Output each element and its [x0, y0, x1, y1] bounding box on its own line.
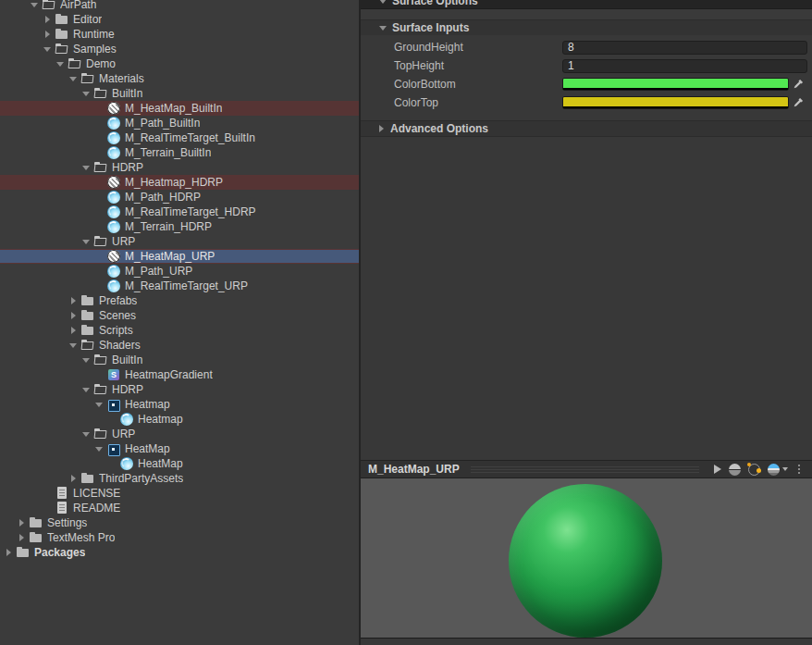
expand-arrow[interactable]	[81, 234, 94, 249]
tree-row[interactable]: M_RealTimeTarget_URP	[0, 279, 359, 293]
expand-arrow[interactable]	[81, 353, 94, 367]
colortop-eyedropper-button[interactable]	[789, 95, 807, 110]
tree-row[interactable]: Editor	[0, 12, 359, 27]
tree-row[interactable]: URP	[0, 427, 359, 441]
tree-row[interactable]: Materials	[0, 71, 359, 86]
tree-row[interactable]: Scenes	[0, 308, 359, 323]
surface-options-header[interactable]: Surface Options	[361, 0, 812, 9]
tree-row[interactable]: Samples	[0, 42, 359, 56]
tree-row[interactable]: HeatMap	[0, 456, 359, 471]
tree-row[interactable]: HeatmapGradient	[0, 367, 359, 382]
colortop-swatch[interactable]	[562, 96, 789, 109]
expand-arrow[interactable]	[4, 545, 17, 560]
expand-arrow[interactable]	[55, 56, 68, 71]
tree-item-label: TextMesh Pro	[47, 531, 115, 544]
expand-arrow[interactable]	[17, 515, 30, 530]
tree-row[interactable]: Scripts	[0, 323, 359, 338]
tree-item-label: M_RealTimeTarget_BuiltIn	[125, 131, 255, 144]
tree-item-label: HeatMap	[138, 457, 183, 470]
arrow-spacer	[94, 367, 107, 382]
tree-row[interactable]: Settings	[0, 515, 359, 530]
expand-arrow[interactable]	[68, 71, 81, 86]
tree-row[interactable]: Packages	[0, 545, 359, 560]
folder-open-icon	[81, 339, 94, 352]
preview-shaded-view-button[interactable]	[725, 461, 744, 478]
tree-row[interactable]: Heatmap	[0, 397, 359, 412]
arrow-spacer	[94, 116, 107, 130]
expand-arrow[interactable]	[81, 160, 94, 175]
tree-row[interactable]: HDRP	[0, 382, 359, 397]
tree-row[interactable]: HDRP	[0, 160, 359, 175]
expand-arrow[interactable]	[81, 427, 94, 441]
preview-header[interactable]: M_HeatMap_URP	[361, 460, 812, 478]
tree-row[interactable]: M_RealTimeTarget_BuiltIn	[0, 130, 359, 145]
colorbottom-swatch[interactable]	[562, 78, 789, 91]
expand-arrow[interactable]	[43, 27, 55, 42]
tree-item-label: URP	[112, 428, 135, 440]
shader-icon	[107, 368, 120, 381]
tree-item-label: HDRP	[112, 161, 143, 174]
preview-more-menu-button[interactable]	[792, 461, 806, 478]
topheight-input[interactable]	[562, 59, 807, 73]
tree-item-label: README	[73, 502, 120, 515]
expand-arrow[interactable]	[94, 441, 107, 456]
tree-row[interactable]: Shaders	[0, 338, 359, 353]
expand-arrow[interactable]	[68, 323, 81, 338]
tree-row[interactable]: M_HeatMap_BuiltIn	[0, 101, 359, 116]
groundheight-input[interactable]	[562, 41, 807, 55]
tree-row[interactable]: URP	[0, 234, 359, 249]
tree-row[interactable]: BuiltIn	[0, 353, 359, 367]
tree-row[interactable]: Prefabs	[0, 293, 359, 308]
tree-row[interactable]: M_Path_BuiltIn	[0, 116, 359, 130]
tree-row[interactable]: HeatMap	[0, 441, 359, 456]
tree-row[interactable]: BuiltIn	[0, 86, 359, 101]
expand-arrow[interactable]	[43, 12, 55, 27]
tree-row[interactable]: M_Path_HDRP	[0, 190, 359, 205]
tree-row[interactable]: Runtime	[0, 27, 359, 42]
expand-arrow[interactable]	[30, 0, 43, 12]
advanced-options-header[interactable]: Advanced Options	[361, 120, 812, 137]
material-icon	[107, 265, 120, 278]
expand-arrow[interactable]	[68, 293, 81, 308]
preview-skybox-button[interactable]	[764, 461, 792, 478]
tree-row[interactable]: Demo	[0, 56, 359, 71]
tree-row[interactable]: README	[0, 501, 359, 515]
preview-canvas[interactable]	[361, 478, 812, 638]
tree-row[interactable]: M_RealTimeTarget_HDRP	[0, 205, 359, 219]
tree-row[interactable]: M_HeatMap_URP	[0, 249, 359, 264]
tree-row[interactable]: M_Path_URP	[0, 264, 359, 279]
tree-row[interactable]: M_Terrain_BuiltIn	[0, 145, 359, 160]
expand-arrow[interactable]	[68, 338, 81, 353]
tree-item-label: URP	[112, 235, 135, 248]
tree-row[interactable]: M_Heatmap_HDRP	[0, 175, 359, 190]
expand-arrow[interactable]	[94, 397, 107, 412]
chevron-down-icon	[782, 467, 788, 471]
tree-row[interactable]: ThirdPartyAssets	[0, 471, 359, 486]
surface-inputs-header[interactable]: Surface Inputs	[361, 19, 812, 35]
preview-drag-handle[interactable]	[471, 466, 699, 473]
preview-play-button[interactable]	[710, 461, 725, 478]
expand-arrow[interactable]	[81, 86, 94, 101]
colorbottom-eyedropper-button[interactable]	[789, 77, 807, 92]
expand-arrow[interactable]	[43, 42, 55, 56]
preview-lighting-button[interactable]	[744, 461, 764, 478]
expand-arrow[interactable]	[68, 308, 81, 323]
tree-row[interactable]: TextMesh Pro	[0, 530, 359, 545]
play-icon	[714, 465, 721, 474]
arrow-spacer	[94, 175, 107, 190]
expand-arrow[interactable]	[68, 471, 81, 486]
material-icon	[107, 131, 120, 144]
folder-open-icon	[94, 235, 107, 248]
tree-item-label: M_Terrain_HDRP	[125, 220, 212, 233]
foldout-closed-icon	[379, 125, 384, 132]
tree-row[interactable]: Heatmap	[0, 412, 359, 427]
inspector-gap	[361, 9, 812, 19]
tree-row[interactable]: M_Terrain_HDRP	[0, 219, 359, 234]
expand-arrow[interactable]	[81, 382, 94, 397]
tree-item-label: Editor	[73, 13, 102, 26]
tree-item-label: Shaders	[99, 339, 141, 352]
tree-row[interactable]: LICENSE	[0, 486, 359, 501]
expand-arrow[interactable]	[17, 530, 30, 545]
tree-row[interactable]: AirPath	[0, 0, 359, 12]
material-icon	[107, 191, 120, 204]
